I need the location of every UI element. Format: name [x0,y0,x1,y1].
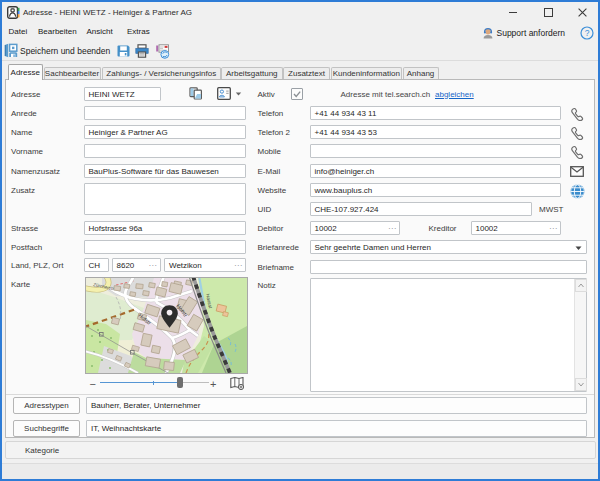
svg-text:?: ? [585,28,590,38]
